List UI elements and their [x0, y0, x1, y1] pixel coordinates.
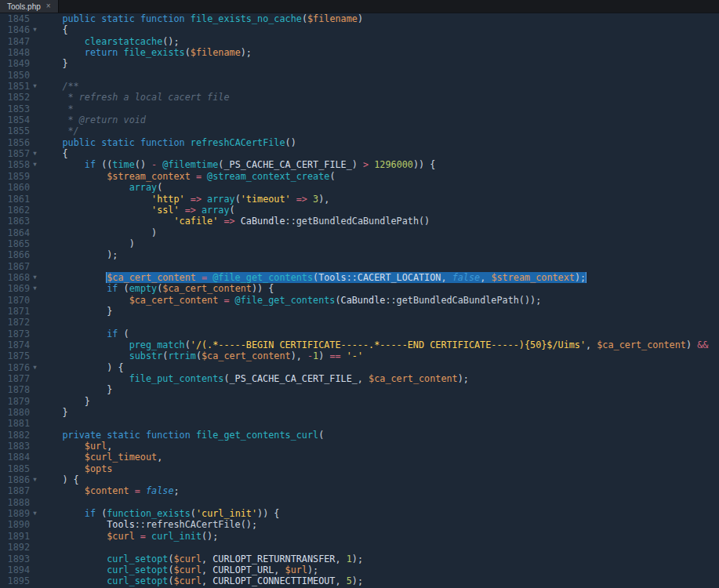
code-line[interactable]: 1872 — [0, 317, 719, 328]
line-number[interactable]: 1876 — [0, 362, 30, 373]
code-line[interactable]: 1876▼ ) { — [0, 362, 719, 373]
code-line[interactable]: 1893 curl_setopt($curl, CURLOPT_RETURNTR… — [0, 554, 719, 564]
line-number[interactable]: 1882 — [0, 430, 30, 441]
code-line[interactable]: 1855 */ — [0, 125, 719, 136]
line-number[interactable]: 1883 — [0, 441, 30, 452]
line-number[interactable]: 1881 — [0, 418, 30, 429]
line-number[interactable]: 1862 — [0, 205, 30, 216]
line-number[interactable]: 1858 — [0, 159, 30, 170]
fold-toggle-icon[interactable]: ▼ — [30, 24, 40, 35]
code-line[interactable]: 1851▼ /** — [0, 81, 719, 92]
code-line[interactable]: 1870 $ca_cert_content = @file_get_conten… — [0, 295, 719, 306]
code-line[interactable]: 1857▼ { — [0, 148, 719, 159]
code-line[interactable]: 1866 ); — [0, 249, 719, 260]
line-number[interactable]: 1854 — [0, 114, 30, 125]
line-number[interactable]: 1875 — [0, 350, 30, 361]
line-number[interactable]: 1887 — [0, 485, 30, 496]
code-line[interactable]: 1892 — [0, 542, 719, 553]
line-number[interactable]: 1885 — [0, 463, 30, 474]
line-number[interactable]: 1848 — [0, 47, 30, 58]
code-line[interactable]: 1889▼ if (function_exists('curl_init')) … — [0, 508, 719, 519]
code-line[interactable]: 1864 ) — [0, 227, 719, 238]
line-number[interactable]: 1866 — [0, 249, 30, 260]
code-line[interactable]: 1850 — [0, 70, 719, 81]
line-number[interactable]: 1855 — [0, 125, 30, 136]
line-number[interactable]: 1850 — [0, 70, 30, 81]
line-number[interactable]: 1888 — [0, 497, 30, 508]
tab-close-icon[interactable]: × — [46, 2, 51, 10]
line-number[interactable]: 1894 — [0, 564, 30, 575]
line-number[interactable]: 1891 — [0, 531, 30, 542]
fold-toggle-icon[interactable]: ▼ — [30, 508, 40, 519]
code-line[interactable]: 1869▼ if (empty($ca_cert_content)) { — [0, 283, 719, 294]
line-number[interactable]: 1859 — [0, 171, 30, 182]
line-number[interactable]: 1884 — [0, 452, 30, 463]
code-line[interactable]: 1894 curl_setopt($curl, CURLOPT_URL, $ur… — [0, 564, 719, 575]
code-line[interactable]: 1881 — [0, 418, 719, 429]
code-line[interactable]: 1853 * — [0, 103, 719, 114]
code-line[interactable]: 1875 substr(rtrim($ca_cert_content), -1)… — [0, 350, 719, 361]
code-line[interactable]: 1845 public static function file_exists_… — [0, 13, 719, 24]
fold-toggle-icon[interactable]: ▼ — [30, 81, 40, 92]
line-number[interactable]: 1892 — [0, 542, 30, 553]
code-line[interactable]: 1879 } — [0, 396, 719, 407]
code-line[interactable]: 1846▼ { — [0, 24, 719, 35]
code-line[interactable]: 1860 array( — [0, 182, 719, 193]
line-number[interactable]: 1877 — [0, 373, 30, 384]
line-number[interactable]: 1863 — [0, 216, 30, 227]
code-line[interactable]: 1868▼ $ca_cert_content = @file_get_conte… — [0, 272, 719, 283]
code-line[interactable]: 1849 } — [0, 58, 719, 69]
code-line[interactable]: 1852 * refresh a local cacert file — [0, 92, 719, 103]
line-number[interactable]: 1880 — [0, 407, 30, 418]
code-line[interactable]: 1873 if ( — [0, 328, 719, 339]
fold-toggle-icon[interactable]: ▼ — [30, 148, 40, 159]
code-line[interactable]: 1867 — [0, 261, 719, 272]
code-line[interactable]: 1861 'http' => array('timeout' => 3), — [0, 194, 719, 205]
line-number[interactable]: 1872 — [0, 317, 30, 328]
line-number[interactable]: 1886 — [0, 474, 30, 485]
line-number[interactable]: 1849 — [0, 58, 30, 69]
fold-toggle-icon[interactable]: ▼ — [30, 283, 40, 294]
line-number[interactable]: 1890 — [0, 519, 30, 530]
line-number[interactable]: 1889 — [0, 508, 30, 519]
fold-toggle-icon[interactable]: ▼ — [30, 272, 40, 283]
line-number[interactable]: 1853 — [0, 103, 30, 114]
tab-tools-php[interactable]: Tools.php × — [0, 0, 59, 13]
line-number[interactable]: 1860 — [0, 182, 30, 193]
fold-toggle-icon[interactable]: ▼ — [30, 362, 40, 373]
code-line[interactable]: 1858▼ if ((time() - @filemtime(_PS_CACHE… — [0, 159, 719, 170]
code-line[interactable]: 1862 'ssl' => array( — [0, 205, 719, 216]
code-line[interactable]: 1877 file_put_contents(_PS_CACHE_CA_CERT… — [0, 373, 719, 384]
line-number[interactable]: 1869 — [0, 283, 30, 294]
code-line[interactable]: 1871 } — [0, 306, 719, 317]
code-line[interactable]: 1885 $opts — [0, 463, 719, 474]
code-line[interactable]: 1884 $curl_timeout, — [0, 452, 719, 463]
code-line[interactable]: 1859 $stream_context = @stream_context_c… — [0, 171, 719, 182]
code-area[interactable]: 1845 public static function file_exists_… — [0, 13, 719, 587]
code-line[interactable]: 1848 return file_exists($filename); — [0, 47, 719, 58]
code-line[interactable]: 1890 Tools::refreshCACertFile(); — [0, 519, 719, 530]
code-line[interactable]: 1863 'cafile' => CaBundle::getBundledCaB… — [0, 216, 719, 227]
line-number[interactable]: 1895 — [0, 575, 30, 586]
code-line[interactable]: 1883 $url, — [0, 441, 719, 452]
code-line[interactable]: 1847 clearstatcache(); — [0, 36, 719, 47]
line-number[interactable]: 1873 — [0, 328, 30, 339]
code-line[interactable]: 1874 preg_match('/(.*-----BEGIN CERTIFIC… — [0, 339, 719, 350]
code-line[interactable]: 1895 curl_setopt($curl, CURLOPT_CONNECTT… — [0, 575, 719, 586]
line-number[interactable]: 1845 — [0, 13, 30, 24]
code-line[interactable]: 1886▼ ) { — [0, 474, 719, 485]
line-number[interactable]: 1861 — [0, 194, 30, 205]
code-line[interactable]: 1854 * @return void — [0, 114, 719, 125]
line-number[interactable]: 1847 — [0, 36, 30, 47]
code-line[interactable]: 1888 — [0, 497, 719, 508]
line-number[interactable]: 1868 — [0, 272, 30, 283]
line-number[interactable]: 1874 — [0, 339, 30, 350]
line-number[interactable]: 1879 — [0, 396, 30, 407]
line-number[interactable]: 1893 — [0, 554, 30, 564]
line-number[interactable]: 1865 — [0, 238, 30, 249]
code-line[interactable]: 1878 } — [0, 384, 719, 395]
line-number[interactable]: 1864 — [0, 227, 30, 238]
line-number[interactable]: 1857 — [0, 148, 30, 159]
fold-toggle-icon[interactable]: ▼ — [30, 474, 40, 485]
code-line[interactable]: 1891 $curl = curl_init(); — [0, 531, 719, 542]
